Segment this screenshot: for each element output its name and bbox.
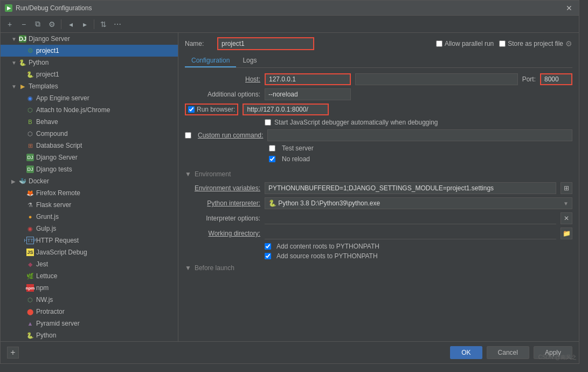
custom-run-input[interactable] (267, 129, 572, 141)
tree-item-npm[interactable]: npm npm (1, 282, 178, 294)
custom-run-checkbox[interactable] (185, 132, 191, 139)
tree-group-templates[interactable]: ▼ ▶ Templates (1, 80, 178, 92)
custom-run-row: Custom run command: (185, 129, 572, 141)
tree-item-lettuce[interactable]: 🌿 Lettuce (1, 270, 178, 282)
tree-item-js-debug[interactable]: JS JavaScript Debug (1, 246, 178, 258)
no-reload-checkbox[interactable] (269, 156, 275, 162)
host-input[interactable] (265, 73, 351, 85)
tree-item-python-project1[interactable]: 🐍 project1 (1, 68, 178, 80)
more-button[interactable]: ⋯ (112, 18, 123, 30)
tree-item-label: NW.js (36, 296, 53, 304)
allow-parallel-checkbox[interactable] (436, 40, 442, 47)
tree-item-http[interactable]: HTTP HTTP Request (1, 235, 178, 246)
environment-arrow[interactable]: ▼ (185, 170, 191, 178)
main-content: ▼ DJ Django Server ⚙ project1 ▼ 🐍 Python… (1, 33, 579, 341)
compound-icon: ⬡ (26, 130, 34, 137)
settings-button[interactable]: ⚙ (46, 18, 58, 30)
tree-item-grunt[interactable]: ● Grunt.js (1, 211, 178, 223)
tree-item-django-server2[interactable]: DJ Django Server (1, 151, 178, 163)
dialog-title: Run/Debug Configurations (16, 4, 92, 12)
tree-item-django-project1[interactable]: ⚙ project1 (1, 45, 178, 57)
port-input[interactable] (540, 73, 572, 85)
sort-button[interactable]: ⇅ (98, 18, 109, 30)
cancel-button[interactable]: Cancel (487, 346, 529, 359)
tree-item-database-script[interactable]: ⊞ Database Script (1, 140, 178, 151)
no-reload-row: No reload (185, 155, 572, 163)
tree-item-django-tests[interactable]: DJ Django tests (1, 163, 178, 175)
firefox-icon: 🦊 (26, 189, 34, 197)
tab-configuration[interactable]: Configuration (185, 54, 236, 67)
run-browser-row: Run browser: (185, 104, 572, 115)
add-content-roots-checkbox[interactable] (265, 243, 271, 250)
tree-item-firefox[interactable]: 🦊 Firefox Remote (1, 187, 178, 199)
test-server-checkbox[interactable] (269, 145, 275, 151)
expand-arrow: ▶ (11, 178, 17, 184)
ok-button[interactable]: OK (450, 346, 482, 359)
tree-item-nwjs[interactable]: ⬡ NW.js (1, 294, 178, 306)
tree-item-gulp[interactable]: ◉ Gulp.js (1, 223, 178, 235)
run-browser-checkbox[interactable] (188, 106, 195, 113)
interpreter-options-row: Interpreter options: ✕ (185, 212, 572, 224)
remove-config-button[interactable]: − (18, 18, 30, 30)
store-project-checkbox[interactable] (499, 40, 506, 47)
env-vars-edit-button[interactable]: ⊞ (561, 182, 572, 194)
docker-icon: 🐳 (19, 177, 26, 185)
gulp-icon: ◉ (26, 225, 34, 232)
tree-item-python-tmpl[interactable]: 🐍 Python (1, 329, 178, 341)
tree-item-label: Templates (29, 82, 58, 90)
tree-item-label: Django Server (36, 154, 78, 161)
tree-item-flask[interactable]: ⚗ Flask server (1, 199, 178, 211)
store-project-gear-icon[interactable]: ⚙ (565, 39, 572, 48)
host-extra-input[interactable] (355, 73, 518, 85)
js-debug-checkbox[interactable] (265, 119, 271, 126)
tree-item-label: Database Script (36, 142, 82, 149)
test-server-row: Test server (185, 144, 572, 152)
host-label: Host: (185, 75, 260, 83)
add-launch-button[interactable]: + (7, 347, 19, 359)
arrow-left-button[interactable]: ◂ (65, 18, 77, 30)
env-vars-input[interactable] (265, 182, 556, 194)
tree-item-label: Gulp.js (36, 225, 56, 232)
npm-icon: npm (26, 284, 34, 292)
additional-options-input[interactable] (265, 88, 351, 100)
tree-item-attach-node[interactable]: ⬡ Attach to Node.js/Chrome (1, 104, 178, 116)
run-browser-url-input[interactable] (243, 104, 329, 115)
interpreter-dropdown-icon: ▼ (563, 201, 569, 206)
add-config-button[interactable]: + (4, 18, 16, 30)
interpreter-options-edit-button[interactable]: ✕ (561, 212, 572, 224)
tab-logs[interactable]: Logs (236, 54, 263, 67)
python-tmpl-icon: 🐍 (26, 332, 34, 339)
name-input[interactable] (217, 37, 314, 50)
tree-item-behave[interactable]: B Behave (1, 116, 178, 128)
python-interpreter-select[interactable]: 🐍 Python 3.8 D:\Python39\python.exe ▼ (265, 197, 572, 209)
expand-arrow: ▼ (11, 60, 17, 66)
tree-group-docker[interactable]: ▶ 🐳 Docker (1, 175, 178, 187)
js-debug-label: Start JavaScript debugger automatically … (274, 119, 438, 126)
tree-group-django-server[interactable]: ▼ DJ Django Server (1, 33, 178, 45)
tree-item-jest[interactable]: ◆ Jest (1, 258, 178, 270)
django-icon: DJ (19, 35, 26, 43)
env-vars-row: Environment variables: ⊞ (185, 182, 572, 194)
tree-item-label: Firefox Remote (36, 189, 80, 197)
tree-group-python[interactable]: ▼ 🐍 Python (1, 57, 178, 68)
name-label: Name: (185, 40, 212, 47)
close-button[interactable]: ✕ (564, 4, 575, 12)
http-icon: HTTP (26, 237, 34, 244)
python-icon: 🐍 (19, 59, 26, 66)
django-icon2: DJ (26, 154, 34, 161)
tree-item-compound[interactable]: ⬡ Compound (1, 128, 178, 140)
tree-item-protractor[interactable]: ⬤ Protractor (1, 306, 178, 318)
name-row: Name: Allow parallel run Store as projec… (185, 37, 572, 50)
interpreter-options-input[interactable] (265, 212, 556, 224)
copy-config-button[interactable]: ⧉ (32, 18, 44, 30)
working-dir-browse-button[interactable]: 📁 (561, 228, 572, 239)
store-project-label: Store as project file (508, 40, 563, 47)
tree-item-app-engine[interactable]: ◉ App Engine server (1, 92, 178, 104)
before-launch-arrow[interactable]: ▼ (185, 264, 191, 272)
add-source-roots-checkbox[interactable] (265, 253, 271, 259)
tree-item-pyramid[interactable]: ▲ Pyramid server (1, 318, 178, 329)
python-interpreter-label: Python interpreter: (185, 199, 260, 207)
config-tree: ▼ DJ Django Server ⚙ project1 ▼ 🐍 Python… (1, 33, 178, 341)
working-dir-input[interactable] (265, 228, 556, 239)
arrow-right-button[interactable]: ▸ (79, 18, 91, 30)
